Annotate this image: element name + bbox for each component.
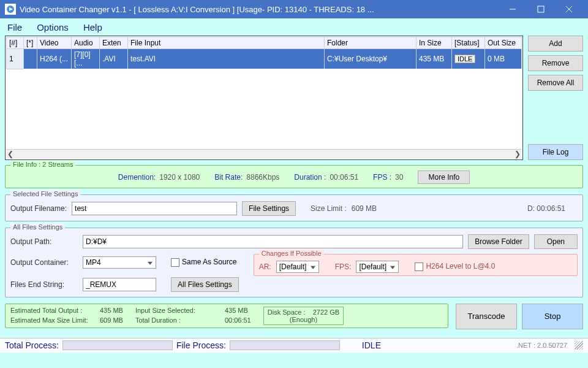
changes-panel: Changes If Possible AR: [Default] FPS: [… — [254, 254, 578, 276]
same-as-source-label: Same As Source — [182, 258, 236, 266]
cell-star — [24, 49, 37, 69]
total-process-label: Total Process: — [5, 340, 59, 350]
total-process-bar — [62, 340, 173, 350]
bitrate-value: 8866Kbps — [246, 173, 279, 182]
ar-label: AR: — [259, 263, 271, 271]
td-label: Total Duration : — [135, 316, 221, 324]
remove-all-button[interactable]: Remove All — [528, 75, 583, 91]
fps-select[interactable]: [Default] — [356, 261, 399, 273]
cell-in-size: 435 MB — [417, 49, 452, 69]
menu-file[interactable]: File — [7, 22, 22, 33]
cell-audio: [7][0][... — [72, 49, 100, 69]
duration-value: 00:06:51 — [330, 173, 358, 182]
disk-label: Disk Space : — [268, 309, 306, 316]
grid-empty-area — [6, 69, 522, 149]
maximize-button[interactable] — [527, 0, 555, 18]
menu-help[interactable]: Help — [83, 22, 102, 33]
col-in-size[interactable]: In Size — [417, 37, 452, 49]
h264-level-label: H264 Level to L@4.0 — [426, 262, 495, 270]
grid-header-row: [#] [*] Video Audio Exten File Input Fol… — [7, 37, 522, 49]
selected-duration: D: 00:06:51 — [527, 204, 565, 213]
disk-value: 2722 GB — [313, 309, 339, 316]
window-title: Video Container Changer v1.1 - [ Lossles… — [20, 5, 499, 14]
output-filename-input[interactable] — [72, 202, 237, 215]
col-exten[interactable]: Exten — [100, 37, 128, 49]
all-files-settings-button[interactable]: All Files Settings — [171, 277, 239, 292]
col-file-input[interactable]: File Input — [128, 37, 325, 49]
statusbar: Total Process: File Process: IDLE .NET :… — [0, 338, 588, 353]
file-settings-button[interactable]: File Settings — [242, 201, 296, 216]
process-state: IDLE — [362, 340, 381, 350]
size-limit-value: 609 MB — [352, 204, 377, 213]
output-path-label: Output Path: — [10, 237, 78, 246]
col-folder[interactable]: Folder — [325, 37, 417, 49]
bitrate-label: Bit Rate: — [214, 173, 243, 182]
h264-level-checkbox[interactable] — [415, 263, 423, 271]
transcode-button[interactable]: Transcode — [456, 304, 517, 329]
menu-options[interactable]: Options — [37, 22, 69, 33]
net-version: .NET : 2.0.50727 — [516, 342, 567, 349]
file-process-label: File Process: — [176, 340, 226, 350]
td-value: 00:06:51 — [225, 316, 251, 324]
cell-folder: C:¥User Desktop¥ — [325, 49, 417, 69]
col-video[interactable]: Video — [37, 37, 72, 49]
minimize-button[interactable] — [499, 0, 527, 18]
disk-note: (Enough) — [290, 316, 317, 323]
files-end-string-label: Files End String: — [10, 280, 78, 289]
cell-out-size: 0 MB — [485, 49, 522, 69]
ems-label: Estimated Max Size Limit: — [10, 316, 96, 324]
output-filename-label: Output Filename: — [10, 204, 67, 213]
scroll-left-icon[interactable]: ❮ — [7, 150, 13, 158]
iss-label: Input Size Selected: — [135, 307, 221, 314]
col-star[interactable]: [*] — [24, 37, 37, 49]
size-limit-label: Size Limit : — [311, 204, 347, 213]
cell-video: H264 (... — [37, 49, 72, 69]
selected-file-panel: Selected File Settings Output Filename: … — [5, 194, 583, 221]
app-icon — [5, 4, 16, 15]
ems-value: 609 MB — [100, 316, 123, 324]
all-files-legend: All Files Settings — [10, 223, 65, 231]
open-button[interactable]: Open — [534, 234, 578, 249]
eto-label: Estimated Total Output : — [10, 307, 96, 314]
cell-status: IDLE — [452, 49, 485, 69]
titlebar: Video Container Changer v1.1 - [ Lossles… — [0, 0, 588, 18]
disk-space-box: Disk Space : 2722 GB (Enough) — [263, 307, 344, 325]
add-button[interactable]: Add — [528, 36, 583, 52]
cell-idx: 1 — [7, 49, 24, 69]
col-out-size[interactable]: Out Size — [485, 37, 522, 49]
file-grid[interactable]: [#] [*] Video Audio Exten File Input Fol… — [5, 36, 523, 160]
output-container-label: Output Container: — [10, 258, 78, 267]
col-status[interactable]: [Status] — [452, 37, 485, 49]
changes-legend: Changes If Possible — [259, 250, 324, 257]
ar-select[interactable]: [Default] — [276, 261, 319, 273]
same-as-source-checkbox[interactable] — [171, 258, 179, 267]
scroll-right-icon[interactable]: ❯ — [514, 150, 521, 158]
all-files-panel: All Files Settings Output Path: Browse F… — [5, 228, 583, 297]
file-info-panel: File Info : 2 Streams Demention: 1920 x … — [5, 165, 583, 188]
more-info-button[interactable]: More Info — [418, 171, 470, 184]
file-log-button[interactable]: File Log — [528, 144, 583, 160]
stats-panel: Estimated Total Output :435 MB Estimated… — [5, 304, 448, 328]
horizontal-scrollbar[interactable]: ❮ ❯ — [6, 149, 522, 159]
col-idx[interactable]: [#] — [7, 37, 24, 49]
selected-file-legend: Selected File Settings — [10, 190, 80, 197]
dimension-label: Demention: — [118, 173, 156, 182]
dimension-value: 1920 x 1080 — [159, 173, 200, 182]
iss-value: 435 MB — [225, 307, 248, 314]
menubar: File Options Help — [0, 18, 588, 36]
stop-button[interactable]: Stop — [522, 304, 583, 329]
output-container-select[interactable]: MP4 — [83, 256, 156, 269]
cell-exten: .AVI — [100, 49, 128, 69]
resize-grip-icon[interactable] — [575, 341, 583, 350]
eto-value: 435 MB — [100, 307, 123, 314]
files-end-string-input[interactable] — [83, 278, 156, 291]
cell-file-input: test.AVI — [128, 49, 325, 69]
remove-button[interactable]: Remove — [528, 55, 583, 71]
col-audio[interactable]: Audio — [72, 37, 100, 49]
table-row[interactable]: 1 H264 (... [7][0][... .AVI test.AVI C:¥… — [7, 49, 522, 69]
duration-label: Duration : — [294, 173, 326, 182]
close-button[interactable] — [555, 0, 583, 18]
output-path-input[interactable] — [83, 235, 463, 248]
browse-folder-button[interactable]: Browse Folder — [468, 234, 529, 249]
file-info-legend: File Info : 2 Streams — [10, 161, 75, 168]
